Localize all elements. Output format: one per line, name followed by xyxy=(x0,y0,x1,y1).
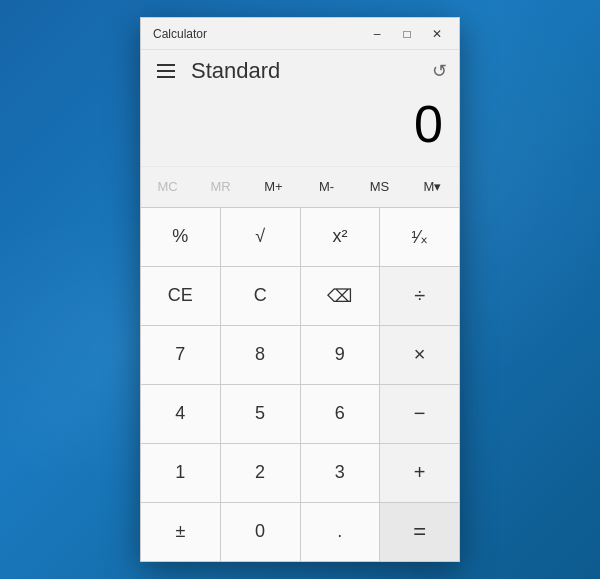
calc-btn--[interactable]: + xyxy=(380,444,459,502)
calc-btn-x-[interactable]: x² xyxy=(301,208,380,266)
hamburger-line-1 xyxy=(157,64,175,66)
calc-btn-CE[interactable]: CE xyxy=(141,267,220,325)
calc-btn--[interactable]: √ xyxy=(221,208,300,266)
calc-btn-C[interactable]: C xyxy=(221,267,300,325)
close-button[interactable]: ✕ xyxy=(423,20,451,48)
calc-btn----[interactable]: ¹∕ₓ xyxy=(380,208,459,266)
menu-button[interactable] xyxy=(153,60,179,82)
history-icon[interactable]: ↺ xyxy=(432,60,447,82)
calc-btn--[interactable]: ⌫ xyxy=(301,267,380,325)
minimize-button[interactable]: – xyxy=(363,20,391,48)
calc-btn-5[interactable]: 5 xyxy=(221,385,300,443)
calc-btn--[interactable]: ÷ xyxy=(380,267,459,325)
calc-btn-4[interactable]: 4 xyxy=(141,385,220,443)
calc-btn-0[interactable]: 0 xyxy=(221,503,300,561)
calc-btn--[interactable]: . xyxy=(301,503,380,561)
calc-btn-2[interactable]: 2 xyxy=(221,444,300,502)
calc-btn-8[interactable]: 8 xyxy=(221,326,300,384)
memory-btn-m-[interactable]: M+ xyxy=(247,167,300,207)
memory-btn-mc[interactable]: MC xyxy=(141,167,194,207)
calc-btn-7[interactable]: 7 xyxy=(141,326,220,384)
display-value: 0 xyxy=(157,96,443,153)
title-bar-controls: – □ ✕ xyxy=(363,20,451,48)
mode-title: Standard xyxy=(191,58,420,84)
calc-btn-3[interactable]: 3 xyxy=(301,444,380,502)
calc-btn--[interactable]: ± xyxy=(141,503,220,561)
title-bar: Calculator – □ ✕ xyxy=(141,18,459,50)
calc-btn--[interactable]: = xyxy=(380,503,459,561)
hamburger-line-2 xyxy=(157,70,175,72)
maximize-button[interactable]: □ xyxy=(393,20,421,48)
memory-btn-m-[interactable]: M▾ xyxy=(406,167,459,207)
button-grid: %√x²¹∕ₓCEC⌫÷789×456−123+±0.= xyxy=(141,207,459,561)
memory-btn-ms[interactable]: MS xyxy=(353,167,406,207)
calc-btn-1[interactable]: 1 xyxy=(141,444,220,502)
calc-btn-9[interactable]: 9 xyxy=(301,326,380,384)
calc-display: 0 xyxy=(141,88,459,165)
calculator-window: Calculator – □ ✕ Standard ↺ 0 MCMRM+M-MS… xyxy=(140,17,460,561)
calc-header: Standard ↺ xyxy=(141,50,459,88)
window-title: Calculator xyxy=(153,27,363,41)
calc-btn--[interactable]: − xyxy=(380,385,459,443)
memory-btn-m-[interactable]: M- xyxy=(300,167,353,207)
memory-btn-mr[interactable]: MR xyxy=(194,167,247,207)
memory-row: MCMRM+M-MSM▾ xyxy=(141,166,459,207)
calc-btn--[interactable]: % xyxy=(141,208,220,266)
hamburger-line-3 xyxy=(157,76,175,78)
calc-btn-6[interactable]: 6 xyxy=(301,385,380,443)
calc-btn--[interactable]: × xyxy=(380,326,459,384)
